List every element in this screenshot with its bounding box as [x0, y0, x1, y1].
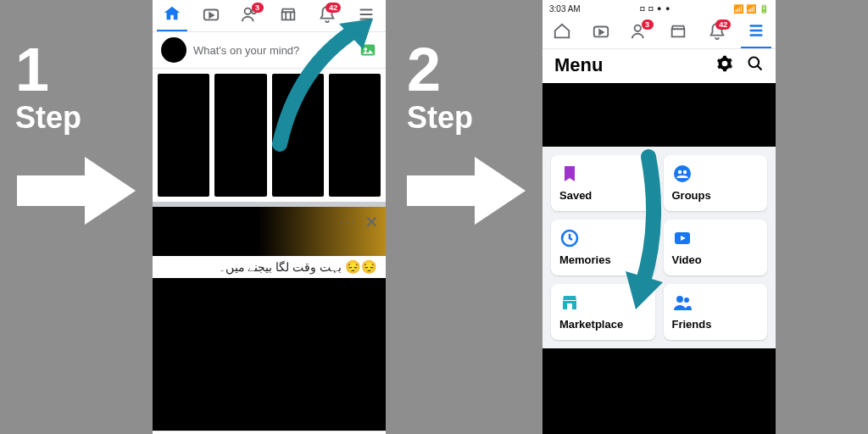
tab-notifications[interactable]: 42	[702, 18, 732, 48]
story-card[interactable]	[272, 74, 324, 197]
friends-badge: 3	[252, 3, 264, 13]
post-footer: and others comments	[153, 431, 386, 434]
post-more-button[interactable]: ···	[339, 214, 357, 231]
post-media-redacted[interactable]	[153, 278, 386, 431]
step-1-word: Step	[15, 100, 81, 136]
svg-point-4	[364, 47, 367, 51]
play-icon	[672, 228, 693, 248]
menu-card-memories[interactable]: Memories	[551, 220, 655, 275]
stories-row	[153, 69, 386, 207]
menu-card-label: Video	[672, 253, 760, 266]
step-1-label: 1 Step	[15, 39, 81, 136]
hamburger-icon	[747, 21, 765, 43]
step-1-number: 1	[15, 39, 81, 100]
tab-marketplace[interactable]	[663, 18, 693, 48]
post-emoji: 😔😔	[345, 259, 377, 274]
compose-row[interactable]: What's on your mind?	[153, 32, 386, 69]
tab-friends[interactable]: 3	[625, 18, 655, 48]
svg-point-6	[634, 25, 640, 31]
svg-point-8	[674, 165, 691, 182]
step-2-number: 2	[407, 39, 473, 100]
phone-screenshot-feed: 3 42 What's on your mind? ··· ✕ 😔😔 بہت و…	[153, 0, 386, 434]
step-1-arrow	[17, 157, 136, 225]
step-2-label: 2 Step	[407, 39, 473, 136]
post-header-redacted: ··· ✕	[153, 207, 386, 256]
menu-card-groups[interactable]: Groups	[664, 155, 768, 211]
tab-menu[interactable]	[741, 18, 771, 48]
phone-screenshot-menu: 3:03 AM ◘ ◘ ● ● 📶📶🔋 3 42 Menu	[542, 0, 776, 434]
marketplace-icon	[669, 22, 687, 44]
story-card[interactable]	[158, 74, 209, 197]
tab-notifications[interactable]: 42	[312, 1, 342, 31]
tab-watch[interactable]	[196, 1, 226, 31]
bookmark-icon	[559, 164, 580, 184]
settings-icon[interactable]	[716, 55, 733, 75]
tab-home[interactable]	[157, 1, 187, 31]
tab-marketplace[interactable]	[273, 1, 303, 31]
redacted-area	[542, 348, 776, 434]
svg-point-10	[682, 170, 686, 174]
home-icon	[553, 22, 571, 44]
svg-point-13	[676, 296, 683, 303]
story-card[interactable]	[329, 74, 381, 197]
menu-card-saved[interactable]: Saved	[551, 155, 655, 211]
menu-header: Menu	[542, 49, 776, 83]
marketplace-icon	[279, 5, 298, 27]
post-text: 😔😔 بہت وقت لگا بیجنے میں۔	[153, 256, 386, 278]
svg-point-14	[684, 298, 689, 303]
status-left-icons: ◘ ◘ ● ●	[640, 4, 670, 13]
profile-redacted[interactable]	[542, 83, 776, 147]
photo-icon[interactable]	[359, 41, 377, 59]
groups-icon	[672, 164, 693, 184]
menu-card-label: Groups	[672, 189, 760, 202]
feed-post: ··· ✕ 😔😔 بہت وقت لگا بیجنے میں۔ and othe…	[153, 207, 386, 434]
tab-friends[interactable]: 3	[235, 1, 265, 31]
menu-card-friends[interactable]: Friends	[664, 284, 768, 340]
post-close-button[interactable]: ✕	[364, 212, 379, 232]
menu-card-label: Friends	[672, 318, 760, 331]
video-icon	[592, 22, 610, 44]
clock-icon	[559, 228, 580, 248]
step-2-arrow	[407, 157, 526, 225]
step-2-word: Step	[407, 100, 473, 136]
top-tab-bar: 3 42	[153, 0, 386, 32]
status-time: 3:03 AM	[549, 4, 581, 14]
store-icon	[559, 292, 580, 313]
notifications-badge: 42	[715, 19, 731, 30]
hamburger-icon	[357, 5, 376, 27]
tab-home[interactable]	[547, 18, 577, 48]
svg-point-9	[677, 170, 681, 174]
video-icon	[202, 5, 220, 27]
tab-menu[interactable]	[351, 1, 381, 31]
menu-card-label: Marketplace	[559, 318, 647, 331]
menu-shortcuts-grid: Saved Groups Memories Video Marketplace …	[542, 147, 776, 348]
friends-badge: 3	[642, 19, 654, 30]
home-icon	[163, 4, 181, 26]
compose-placeholder[interactable]: What's on your mind?	[193, 44, 352, 57]
tab-watch[interactable]	[586, 18, 616, 48]
notifications-badge: 42	[326, 3, 341, 13]
menu-card-video[interactable]: Video	[664, 220, 768, 275]
status-bar: 3:03 AM ◘ ◘ ● ● 📶📶🔋	[542, 0, 776, 17]
post-caption: بہت وقت لگا بیجنے میں۔	[219, 260, 342, 274]
menu-card-label: Saved	[559, 189, 647, 202]
menu-title: Menu	[554, 54, 603, 76]
friends-card-icon	[672, 292, 693, 313]
search-icon[interactable]	[747, 55, 764, 75]
status-right-icons: 📶📶🔋	[731, 4, 769, 14]
svg-point-1	[244, 8, 250, 14]
top-tab-bar: 3 42	[542, 17, 776, 49]
avatar	[161, 37, 186, 63]
menu-card-marketplace[interactable]: Marketplace	[551, 284, 655, 340]
menu-card-label: Memories	[559, 253, 647, 266]
story-card[interactable]	[214, 74, 266, 197]
svg-point-7	[749, 58, 760, 68]
